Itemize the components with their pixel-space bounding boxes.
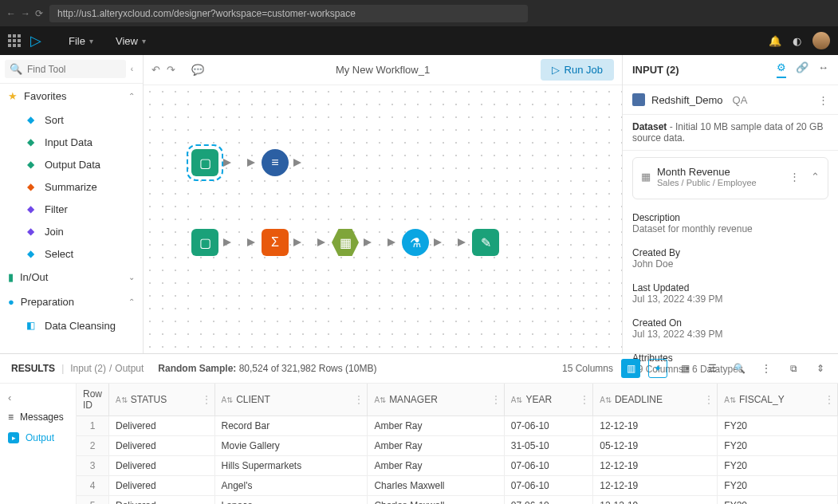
tool-input-data[interactable]: ◆Input Data <box>0 131 143 153</box>
suggest-icon[interactable]: ✦ <box>648 359 667 378</box>
browser-nav: ← → ⟳ <box>6 8 43 19</box>
url-bar[interactable]: http://us1.alteryxcloud.com/designer?wor… <box>49 5 528 22</box>
node-formula[interactable]: ⚗ <box>402 229 429 256</box>
column-count: 15 Columns <box>562 363 613 374</box>
tool-icon: ◆ <box>24 247 37 260</box>
user-avatar[interactable] <box>812 32 830 49</box>
dataset-env: QA <box>733 94 748 106</box>
output-icon: ▸ <box>8 432 19 443</box>
tool-filter[interactable]: ◆Filter <box>0 198 143 220</box>
dataset-badge-icon <box>632 93 645 106</box>
chevron-down-icon: ▾ <box>142 37 146 45</box>
canvas-area: ↶ ↷ 💬 My New Workflow_1 ▷ Run Job ▢ ≡ ▢ … <box>144 55 623 353</box>
tool-icon: ◆ <box>24 136 37 148</box>
col-fiscal_y[interactable]: A⇅FISCAL_Y⋮ <box>718 384 838 416</box>
table-row[interactable]: 2DeliveredMovie GalleryAmber Ray31-05-10… <box>77 436 838 456</box>
connector-icon <box>247 238 255 246</box>
expand-icon[interactable]: ↔ <box>818 61 828 78</box>
cleansing-icon: ◧ <box>24 319 37 332</box>
more-icon[interactable]: ⋮ <box>818 94 828 106</box>
bell-icon[interactable]: 🔔 <box>769 35 781 47</box>
node-input-data-2[interactable]: ▢ <box>191 229 218 256</box>
col-row-id[interactable]: Row ID <box>77 384 109 416</box>
tool-sort[interactable]: ◆Sort <box>0 108 143 131</box>
tool-summarize[interactable]: ◆Summarize <box>0 175 143 198</box>
info-description: DescriptionDataset for monthly revenue <box>623 206 838 241</box>
more-icon[interactable]: ⋮ <box>757 359 776 378</box>
node-select[interactable]: ≡ <box>262 149 289 176</box>
app-topbar: ▷ File▾ View▾ 🔔 ◐ <box>0 26 838 55</box>
table-row[interactable]: 4DeliveredAngel'sCharles Maxwell07-06-10… <box>77 476 838 496</box>
run-job-button[interactable]: ▷ Run Job <box>541 59 614 81</box>
col-menu-icon[interactable]: ⋮ <box>580 394 589 405</box>
app-launcher-icon[interactable] <box>8 34 21 47</box>
expand-vertical-icon[interactable]: ⇕ <box>811 359 830 378</box>
list-view-icon[interactable]: ☰ <box>702 359 722 378</box>
tool-select[interactable]: ◆Select <box>0 242 143 265</box>
node-input-data[interactable]: ▢ <box>191 149 218 176</box>
results-table[interactable]: Row IDA⇅STATUS⋮A⇅CLIENT⋮A⇅MANAGER⋮A⇅YEAR… <box>77 384 838 504</box>
tab-input[interactable]: Input (2) <box>67 363 109 374</box>
menu-view[interactable]: View▾ <box>104 35 157 47</box>
node-output-data[interactable]: ✎ <box>472 229 499 256</box>
category-preparation[interactable]: ● Preparation ⌃ <box>0 289 143 314</box>
star-icon: ★ <box>8 90 18 102</box>
chevron-up-icon[interactable]: ⌃ <box>811 171 820 183</box>
collapse-results-icon[interactable]: ‹ <box>0 388 76 407</box>
search-input[interactable] <box>27 64 121 75</box>
play-icon: ▷ <box>552 64 560 76</box>
col-manager[interactable]: A⇅MANAGER⋮ <box>368 384 504 416</box>
config-panel: INPUT (2) ⚙ 🔗 ↔ Redshift_Demo QA ⋮ Datas… <box>623 55 838 353</box>
list-icon: ≡ <box>8 411 14 423</box>
sample-info: Random Sample: 80,524 of 321,982 Rows (1… <box>158 363 376 374</box>
comment-icon[interactable]: 💬 <box>191 64 204 76</box>
node-filter[interactable]: ▦ <box>332 229 359 256</box>
category-inout[interactable]: ▮ In/Out ⌄ <box>0 265 143 289</box>
popout-icon[interactable]: ⧉ <box>784 359 803 378</box>
table-row[interactable]: 5DeliveredLanecoCharles Maxwell07-06-101… <box>77 496 838 505</box>
redo-icon[interactable]: ↷ <box>167 64 175 76</box>
node-summarize[interactable]: Σ <box>262 229 289 256</box>
link-icon[interactable]: 🔗 <box>796 61 808 78</box>
results-tab-output[interactable]: ▸Output <box>0 427 76 448</box>
undo-icon[interactable]: ↶ <box>151 64 160 76</box>
workflow-canvas[interactable]: ▢ ≡ ▢ Σ ▦ ⚗ ✎ <box>144 85 622 353</box>
table-row[interactable]: 1DeliveredRecord BarAmber Ray07-06-1012-… <box>77 416 838 436</box>
tab-results[interactable]: RESULTS <box>8 363 58 374</box>
tool-search[interactable]: 🔍 <box>5 60 126 78</box>
menu-file[interactable]: File▾ <box>57 35 104 47</box>
tool-data-cleansing[interactable]: ◧ Data Cleansing <box>0 314 143 337</box>
collapse-sidebar-icon[interactable]: ‹ <box>126 65 138 73</box>
reload-icon[interactable]: ⟳ <box>35 8 43 19</box>
tool-join[interactable]: ◆Join <box>0 220 143 242</box>
app-logo-icon[interactable]: ▷ <box>30 32 41 49</box>
col-menu-icon[interactable]: ⋮ <box>704 394 714 405</box>
circle-icon: ● <box>8 296 14 308</box>
moon-icon[interactable]: ◐ <box>793 35 801 47</box>
results-tab-messages[interactable]: ≡Messages <box>0 407 76 427</box>
col-year[interactable]: A⇅YEAR⋮ <box>504 384 592 416</box>
grid-view-icon[interactable]: ▦ <box>675 359 694 378</box>
forward-icon[interactable]: → <box>21 8 30 19</box>
tab-output[interactable]: Output <box>112 363 147 374</box>
col-deadline[interactable]: A⇅DEADLINE⋮ <box>593 384 718 416</box>
col-menu-icon[interactable]: ⋮ <box>354 394 364 405</box>
search-results-icon[interactable]: 🔍 <box>730 359 749 378</box>
connector-icon <box>364 238 372 246</box>
folder-icon: ▮ <box>8 271 14 283</box>
back-icon[interactable]: ← <box>6 8 16 19</box>
col-menu-icon[interactable]: ⋮ <box>824 394 834 405</box>
tool-output-data[interactable]: ◆Output Data <box>0 153 143 175</box>
info-created-by: Created ByJohn Doe <box>623 241 838 276</box>
tool-icon: ◆ <box>24 203 37 215</box>
gear-icon[interactable]: ⚙ <box>777 61 786 78</box>
col-status[interactable]: A⇅STATUS⋮ <box>109 384 214 416</box>
col-menu-icon[interactable]: ⋮ <box>202 394 211 405</box>
category-favorites[interactable]: ★ Favorites ⌃ <box>0 84 143 108</box>
more-icon[interactable]: ⋮ <box>789 171 800 183</box>
col-menu-icon[interactable]: ⋮ <box>491 394 501 405</box>
chart-view-icon[interactable]: ▥ <box>621 359 640 378</box>
results-sidebar: ‹ ≡Messages ▸Output <box>0 384 77 504</box>
table-row[interactable]: 3DeliveredHills SupermarketsAmber Ray07-… <box>77 456 838 476</box>
col-client[interactable]: A⇅CLIENT⋮ <box>214 384 368 416</box>
